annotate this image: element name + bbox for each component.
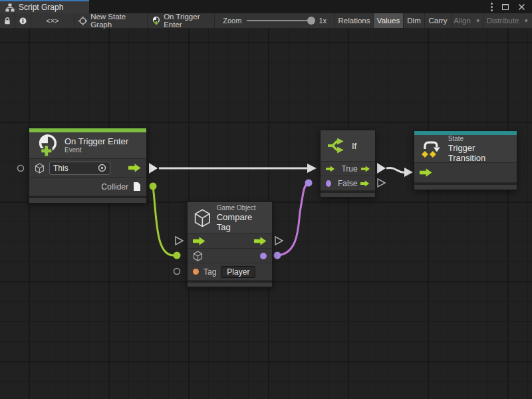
flow-arrow-icon[interactable] [361,165,370,173]
gameobject-cube-icon [193,251,203,261]
dim-button[interactable]: Dim [404,13,425,28]
zoom-knob[interactable] [307,17,315,25]
align-dropdown[interactable]: Align▼ [452,13,483,28]
new-state-graph-label: New State Graph [90,13,143,29]
code-view-button[interactable]: <×> [31,13,74,28]
flow-arrow-icon[interactable] [420,168,432,177]
zoom-value: 1x [319,17,327,25]
zoom-control: Zoom 1x [215,13,335,28]
node-header: On Trigger Enter Event [29,132,146,159]
node-header: If [321,130,375,162]
condition-port-dot[interactable] [326,180,331,187]
chevron-down-icon: ▼ [475,18,481,24]
tab-title: Script Graph [19,3,63,12]
flow-arrow-icon[interactable] [326,165,334,173]
target-row: This [29,159,146,178]
tab-script-graph[interactable]: Script Graph [0,0,89,13]
collider-doc-icon[interactable] [133,182,141,192]
node-footer [321,191,375,197]
if-branch-icon [327,137,346,154]
tag-value-field[interactable]: Player [221,266,255,278]
flow-arrow-icon[interactable] [193,237,205,245]
flow-arrow-icon[interactable] [128,164,141,172]
node-on-trigger-enter[interactable]: On Trigger Enter Event This Collider [29,128,147,203]
window-close-icon[interactable] [518,3,525,11]
node-footer [29,196,146,203]
on-trigger-enter-mini-icon [152,15,160,26]
graph-toolbar: <×> New State Graph On Trigger Enter Zoo… [0,13,532,29]
node-footer [188,281,272,287]
node-if[interactable]: If True False [320,130,376,198]
window-controls [491,0,532,13]
info-button[interactable] [15,13,31,28]
true-row: True [321,162,375,176]
tag-label: Tag [203,267,216,277]
node-compare-tag[interactable]: Game Object Compare Tag Tag Player [187,201,273,287]
node-title: If [352,141,356,151]
script-graph-window: Script Graph <×> [0,0,532,399]
graph-context-button[interactable]: On Trigger Enter [148,13,215,28]
tag-port-dot[interactable] [193,269,199,275]
flow-row [188,234,272,249]
zoom-slider[interactable] [247,20,313,21]
collider-row: Collider [29,178,146,196]
zoom-label: Zoom [223,17,241,25]
flow-arrow-icon[interactable] [254,237,267,245]
lock-button[interactable] [0,13,15,28]
node-subtitle: Event [65,146,128,154]
node-header: Game Object Compare Tag [188,202,272,234]
gameobject-cube-icon [35,163,45,174]
flow-row [414,163,517,183]
script-graph-icon [5,3,15,12]
lock-icon [4,16,11,26]
node-category: Game Object [217,204,266,212]
new-state-graph-icon [78,16,87,26]
relations-button[interactable]: Relations [335,13,374,28]
this-dropdown[interactable]: This [49,162,110,175]
node-title: Compare Tag [217,212,266,232]
false-label: False [338,179,357,188]
chevron-down-icon: ▼ [523,18,529,24]
result-port-dot[interactable] [260,253,267,259]
compare-tag-cube-icon [194,208,211,228]
node-category: State [448,135,511,143]
trigger-transition-icon [420,139,443,159]
graph-context-label: On Trigger Enter [164,13,210,29]
node-footer [414,183,517,190]
window-maximize-icon[interactable] [502,4,509,10]
node-title: Trigger Transition [448,143,511,163]
window-menu-icon[interactable] [491,3,493,11]
new-state-graph-button[interactable]: New State Graph [74,13,148,28]
node-trigger-transition[interactable]: State Trigger Transition [414,130,517,190]
node-title: On Trigger Enter [65,136,128,146]
node-header: State Trigger Transition [414,135,517,163]
tab-bar: Script Graph [0,0,532,13]
target-picker-icon[interactable] [98,164,106,172]
carry-button[interactable]: Carry [425,13,452,28]
true-label: True [341,164,357,174]
tag-row: Tag Player [188,263,272,281]
code-icon: <×> [46,17,59,25]
distribute-dropdown[interactable]: Distribute▼ [483,13,532,28]
collider-label: Collider [101,182,128,192]
flow-arrow-icon[interactable] [360,180,370,188]
values-button[interactable]: Values [374,13,404,28]
on-trigger-enter-icon [35,134,59,158]
false-row: False [321,176,375,191]
gameobject-row [188,249,272,263]
info-icon [19,17,27,25]
